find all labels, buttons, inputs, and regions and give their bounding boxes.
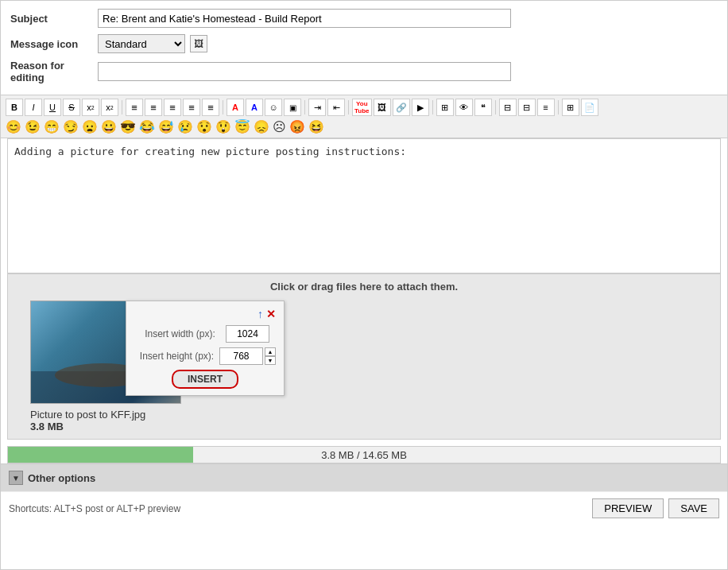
- subscript-button[interactable]: x2: [101, 99, 118, 116]
- file-size: 3.8 MB: [30, 421, 714, 432]
- other-options-row: ▼ Other options: [1, 463, 727, 491]
- separator-3: [304, 100, 305, 114]
- editor-content[interactable]: Adding a picture for creating new pictur…: [14, 145, 714, 265]
- height-row: Insert height (px): ▲ ▼: [134, 347, 276, 365]
- align-full-button[interactable]: ≡: [202, 99, 219, 116]
- other-options-label: Other options: [28, 472, 95, 484]
- emoji-4[interactable]: 😏: [63, 119, 79, 134]
- toolbar-row-1: B I U S x2 x2 ≡ ≡ ≡ ≡ ≡ A A ☺ ▣ ⇥ ⇤ YouT…: [6, 99, 722, 116]
- doc-button[interactable]: 📄: [581, 99, 598, 116]
- grid-button[interactable]: ⊞: [562, 99, 579, 116]
- separator-7: [558, 100, 559, 114]
- table-button[interactable]: ⊞: [436, 99, 454, 116]
- subject-row: Subject: [10, 9, 718, 28]
- emoji-7[interactable]: 😎: [120, 119, 136, 134]
- message-icon-select[interactable]: Standard: [98, 34, 185, 53]
- separator-4: [348, 100, 349, 114]
- underline-button[interactable]: U: [44, 99, 61, 116]
- attach-area[interactable]: Click or drag files here to attach them.…: [7, 273, 721, 440]
- reason-row: Reason for editing: [10, 60, 718, 83]
- save-button[interactable]: SAVE: [668, 498, 719, 518]
- emoji-3[interactable]: 😁: [44, 119, 60, 134]
- spoiler-button[interactable]: ▣: [284, 99, 301, 116]
- separator-6: [495, 100, 496, 114]
- emoji-8[interactable]: 😂: [139, 119, 155, 134]
- width-row: Insert width (px):: [134, 325, 276, 343]
- message-icon-label: Message icon: [10, 38, 98, 50]
- reason-input[interactable]: [98, 62, 511, 81]
- emoji-9[interactable]: 😅: [158, 119, 174, 134]
- font-color-button[interactable]: A: [227, 99, 244, 116]
- bold-button[interactable]: B: [6, 99, 23, 116]
- subject-label: Subject: [10, 13, 98, 25]
- preview-icon-button[interactable]: 👁: [455, 99, 473, 116]
- image-container: ↑ ✕ Insert width (px): Insert height (px…: [30, 301, 181, 404]
- emoji-14[interactable]: 😞: [254, 119, 269, 134]
- list-ol-button[interactable]: ⊟: [518, 99, 536, 116]
- emoji-6[interactable]: 😀: [101, 119, 117, 134]
- youtube-button[interactable]: YouTube: [352, 99, 372, 116]
- bg-color-button[interactable]: A: [246, 99, 263, 116]
- emoji-12[interactable]: 😲: [215, 119, 231, 134]
- insert-popup: ↑ ✕ Insert width (px): Insert height (px…: [126, 301, 285, 396]
- list-ul-button[interactable]: ⊟: [499, 99, 517, 116]
- emoji-15[interactable]: ☹: [273, 119, 286, 134]
- emoji-16[interactable]: 😡: [289, 119, 305, 134]
- footer-row: Shortcuts: ALT+S post or ALT+P preview P…: [1, 491, 727, 525]
- align-right-button[interactable]: ≡: [164, 99, 181, 116]
- emoji-1[interactable]: 😊: [6, 119, 21, 134]
- popup-close-button[interactable]: ✕: [266, 308, 276, 320]
- spinner-down-button[interactable]: ▼: [265, 356, 276, 365]
- list-alt-button[interactable]: ≡: [537, 99, 555, 116]
- emoji-5[interactable]: 😦: [82, 119, 98, 134]
- subject-input[interactable]: [98, 9, 511, 28]
- emoticon-button[interactable]: ☺: [265, 99, 282, 116]
- other-options-toggle[interactable]: ▼: [9, 471, 23, 485]
- popup-up-button[interactable]: ↑: [258, 308, 263, 320]
- footer-buttons: PREVIEW SAVE: [592, 498, 719, 518]
- emoji-10[interactable]: 😢: [177, 119, 193, 134]
- height-label: Insert height (px):: [134, 351, 219, 362]
- image-button[interactable]: 🖼: [374, 99, 391, 116]
- popup-header: ↑ ✕: [134, 308, 276, 320]
- indent-button[interactable]: ⇥: [308, 99, 326, 116]
- message-icon-controls: Standard 🖼: [98, 34, 207, 53]
- message-icon-row: Message icon Standard 🖼: [10, 34, 718, 53]
- emoji-17[interactable]: 😆: [308, 119, 324, 134]
- file-info: Picture to post to KFF.jpg 3.8 MB: [30, 409, 714, 432]
- main-container: Subject Message icon Standard 🖼 Reason f…: [0, 0, 728, 570]
- superscript-button[interactable]: x2: [82, 99, 99, 116]
- outdent-button[interactable]: ⇤: [327, 99, 345, 116]
- shortcuts-text: Shortcuts: ALT+S post or ALT+P preview: [9, 503, 180, 514]
- height-input[interactable]: [219, 347, 263, 365]
- height-spinner: ▲ ▼: [265, 347, 276, 365]
- attach-text: Click or drag files here to attach them.: [14, 281, 714, 293]
- width-label: Insert width (px):: [134, 328, 226, 339]
- align-left-button[interactable]: ≡: [126, 99, 143, 116]
- separator-5: [432, 100, 433, 114]
- emoji-11[interactable]: 😯: [196, 119, 212, 134]
- separator-2: [223, 100, 223, 114]
- flash-button[interactable]: ▶: [412, 99, 429, 116]
- italic-button[interactable]: I: [25, 99, 42, 116]
- spinner-up-button[interactable]: ▲: [265, 347, 276, 356]
- link-button[interactable]: 🔗: [393, 99, 410, 116]
- file-name: Picture to post to KFF.jpg: [30, 409, 714, 421]
- emoji-13[interactable]: 😇: [234, 119, 250, 134]
- insert-button[interactable]: INSERT: [172, 370, 238, 389]
- align-justify-button[interactable]: ≡: [183, 99, 200, 116]
- emoji-row: 😊 😉 😁 😏 😦 😀 😎 😂 😅 😢 😯 😲 😇 😞 ☹ 😡 😆: [6, 118, 722, 136]
- form-area: Subject Message icon Standard 🖼 Reason f…: [1, 1, 727, 95]
- progress-bar-wrapper: 3.8 MB / 14.65 MB: [7, 446, 721, 463]
- editor-area[interactable]: Adding a picture for creating new pictur…: [7, 138, 721, 273]
- separator-1: [122, 100, 122, 114]
- strikethrough-button[interactable]: S: [63, 99, 80, 116]
- preview-button[interactable]: PREVIEW: [592, 498, 664, 518]
- progress-label: 3.8 MB / 14.65 MB: [8, 447, 720, 464]
- align-center-button[interactable]: ≡: [145, 99, 162, 116]
- message-icon-image-btn[interactable]: 🖼: [190, 35, 207, 52]
- width-input[interactable]: [226, 325, 269, 343]
- quote-button[interactable]: ❝: [474, 99, 492, 116]
- emoji-2[interactable]: 😉: [25, 119, 41, 134]
- toolbar: B I U S x2 x2 ≡ ≡ ≡ ≡ ≡ A A ☺ ▣ ⇥ ⇤ YouT…: [1, 95, 727, 138]
